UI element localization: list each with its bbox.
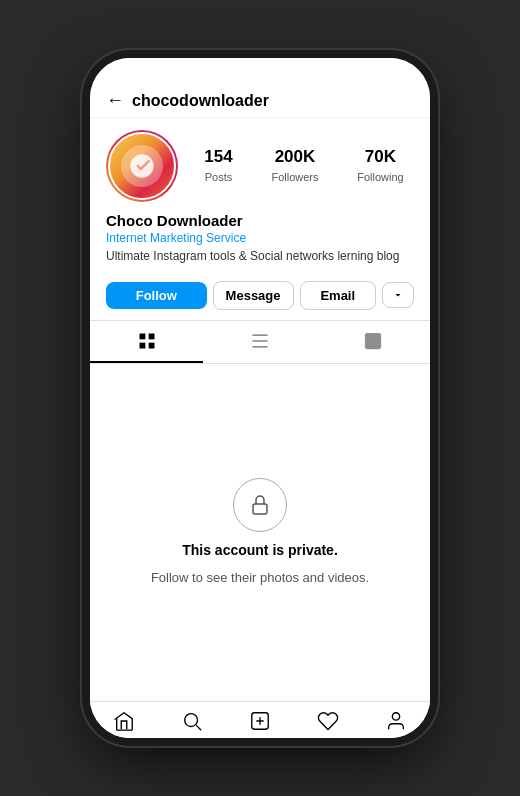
svg-rect-3 — [148, 342, 154, 348]
stat-followers: 200K Followers — [271, 147, 318, 185]
message-button[interactable]: Message — [213, 281, 294, 310]
phone-frame: ← chocodownloader — [90, 58, 430, 738]
tab-bar — [90, 320, 430, 364]
nav-search[interactable] — [158, 710, 226, 732]
svg-rect-6 — [252, 346, 267, 348]
email-button[interactable]: Email — [300, 281, 376, 310]
posts-label: Posts — [205, 171, 233, 183]
posts-count: 154 — [204, 147, 232, 167]
profile-name: Choco Downloader — [106, 212, 414, 229]
nav-home[interactable] — [90, 710, 158, 732]
svg-rect-4 — [252, 334, 267, 336]
svg-rect-1 — [148, 333, 154, 339]
svg-line-11 — [196, 725, 201, 730]
svg-rect-2 — [139, 342, 145, 348]
avatar-inner — [108, 132, 176, 200]
nav-profile[interactable] — [362, 710, 430, 732]
svg-rect-0 — [139, 333, 145, 339]
bottom-nav — [90, 701, 430, 738]
stat-following: 70K Following — [357, 147, 403, 185]
lock-circle — [233, 478, 287, 532]
following-label: Following — [357, 171, 403, 183]
tab-list[interactable] — [203, 321, 316, 363]
profile-category: Internet Marketing Service — [106, 231, 414, 245]
private-subtitle: Follow to see their photos and videos. — [151, 568, 369, 588]
chevron-button[interactable] — [382, 282, 414, 308]
avatar — [106, 130, 178, 202]
action-buttons: Follow Message Email — [90, 273, 430, 320]
avatar-icon — [121, 145, 163, 187]
back-button[interactable]: ← — [106, 90, 124, 111]
tab-grid[interactable] — [90, 321, 203, 363]
profile-bio: Ultimate Instagram tools & Social networ… — [106, 248, 414, 265]
followers-label: Followers — [271, 171, 318, 183]
profile-section: 154 Posts 200K Followers 70K Following C… — [90, 118, 430, 273]
following-count: 70K — [357, 147, 403, 167]
profile-top: 154 Posts 200K Followers 70K Following — [106, 130, 414, 202]
header: ← chocodownloader — [90, 82, 430, 118]
private-title: This account is private. — [182, 542, 338, 558]
svg-rect-9 — [253, 504, 267, 514]
stat-posts: 154 Posts — [204, 147, 232, 185]
status-bar — [90, 58, 430, 82]
svg-point-10 — [185, 714, 198, 727]
app-content: ← chocodownloader — [90, 82, 430, 738]
stats: 154 Posts 200K Followers 70K Following — [194, 147, 414, 185]
tab-tagged[interactable] — [317, 321, 430, 363]
private-content: This account is private. Follow to see t… — [90, 364, 430, 701]
followers-count: 200K — [271, 147, 318, 167]
svg-point-8 — [371, 337, 376, 342]
nav-heart[interactable] — [294, 710, 362, 732]
follow-button[interactable]: Follow — [106, 282, 207, 309]
header-username: chocodownloader — [132, 92, 269, 110]
nav-add[interactable] — [226, 710, 294, 732]
svg-point-15 — [392, 713, 399, 720]
svg-rect-5 — [252, 340, 267, 342]
